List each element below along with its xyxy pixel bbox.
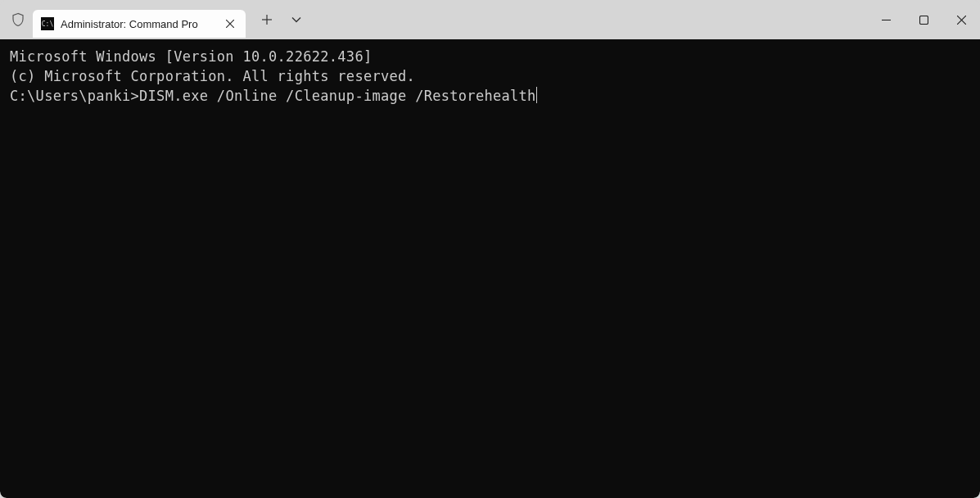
cmd-icon: C:\ — [41, 17, 54, 30]
tab-dropdown-button[interactable] — [282, 7, 311, 33]
shield-icon — [10, 11, 26, 28]
close-button[interactable] — [942, 7, 980, 33]
command-text: DISM.exe /Online /Cleanup-image /Restore… — [139, 87, 536, 106]
tab-close-button[interactable] — [223, 16, 237, 31]
terminal-output-line: (c) Microsoft Corporation. All rights re… — [10, 67, 970, 87]
titlebar: C:\ Administrator: Command Pro — [0, 0, 980, 39]
minimize-button[interactable] — [867, 7, 905, 33]
cursor — [536, 87, 537, 103]
terminal-window: C:\ Administrator: Command Pro — [0, 0, 980, 498]
prompt-text: C:\Users\panki> — [10, 87, 139, 106]
tab-actions — [252, 7, 311, 33]
svg-rect-5 — [919, 16, 928, 24]
tab-title: Administrator: Command Pro — [61, 18, 215, 30]
window-controls — [867, 0, 980, 39]
active-tab[interactable]: C:\ Administrator: Command Pro — [33, 10, 246, 38]
terminal-output-line: Microsoft Windows [Version 10.0.22622.43… — [10, 48, 970, 67]
terminal-prompt-line: C:\Users\panki>DISM.exe /Online /Cleanup… — [10, 87, 970, 106]
new-tab-button[interactable] — [252, 7, 282, 33]
terminal-area[interactable]: Microsoft Windows [Version 10.0.22622.43… — [0, 39, 980, 498]
maximize-button[interactable] — [905, 7, 942, 33]
